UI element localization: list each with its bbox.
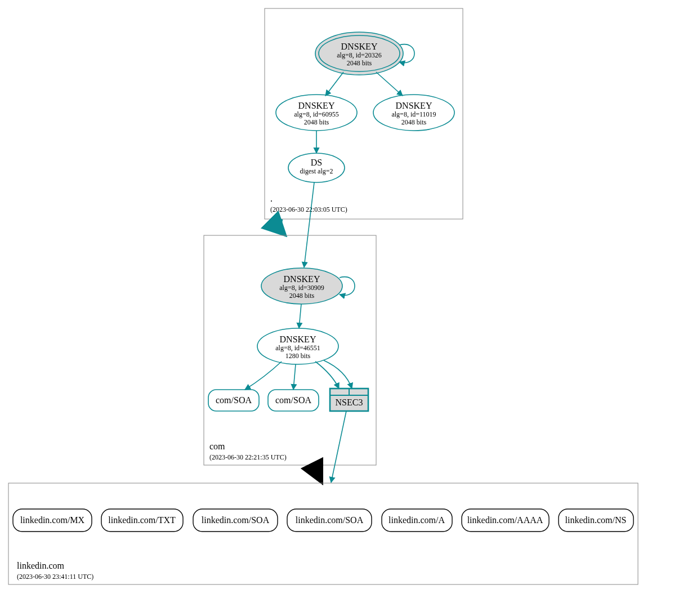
edge-com-zsk-nsec3-2 — [324, 360, 352, 389]
svg-text:2048 bits: 2048 bits — [304, 118, 329, 126]
edge-com-ksk-zsk — [299, 304, 301, 328]
svg-text:linkedin.com/SOA: linkedin.com/SOA — [296, 515, 364, 525]
svg-text:linkedin.com/A: linkedin.com/A — [389, 515, 445, 525]
svg-text:DNSKEY: DNSKEY — [396, 101, 432, 110]
linkedin-aaaa-node: linkedin.com/AAAA — [462, 509, 549, 532]
svg-text:linkedin.com/SOA: linkedin.com/SOA — [202, 515, 270, 525]
linkedin-a-node: linkedin.com/A — [382, 509, 452, 532]
svg-rect-34 — [8, 483, 638, 584]
zone-linkedin: linkedin.com (2023-06-30 23:41:11 UTC) l… — [8, 483, 638, 584]
svg-text:2048 bits: 2048 bits — [347, 59, 372, 67]
svg-text:alg=8, id=30909: alg=8, id=30909 — [279, 284, 324, 292]
edge-root-ksk-zsk1 — [325, 72, 343, 96]
svg-text:alg=8, id=60955: alg=8, id=60955 — [294, 110, 339, 118]
zone-root-label: . — [270, 194, 273, 203]
zone-com-timestamp: (2023-06-30 22:21:35 UTC) — [209, 453, 287, 461]
svg-text:1280 bits: 1280 bits — [285, 352, 311, 360]
edge-ds-to-com-ksk — [304, 182, 314, 267]
zone-com: com (2023-06-30 22:21:35 UTC) DNSKEY alg… — [204, 235, 376, 465]
zone-com-label: com — [209, 441, 225, 451]
root-zsk2-node: DNSKEY alg=8, id=11019 2048 bits — [373, 95, 454, 131]
edge-com-zsk-soa1 — [245, 361, 282, 390]
svg-text:com/SOA: com/SOA — [216, 395, 252, 405]
svg-text:DNSKEY: DNSKEY — [341, 42, 378, 51]
svg-text:2048 bits: 2048 bits — [289, 292, 315, 300]
svg-text:digest alg=2: digest alg=2 — [300, 167, 333, 175]
root-ds-node: DS digest alg=2 — [288, 153, 345, 182]
linkedin-ns-node: linkedin.com/NS — [559, 509, 633, 532]
edge-com-zsk-nsec3-1 — [315, 361, 339, 389]
linkedin-soa2-node: linkedin.com/SOA — [287, 509, 372, 532]
svg-text:2048 bits: 2048 bits — [401, 118, 427, 126]
com-ksk-node: DNSKEY alg=8, id=30909 2048 bits — [261, 268, 342, 304]
edge-com-zsk-soa2 — [293, 364, 296, 390]
edge-root-ksk-zsk2 — [376, 72, 403, 96]
linkedin-txt-node: linkedin.com/TXT — [101, 509, 183, 532]
zone-root-timestamp: (2023-06-30 22:03:05 UTC) — [270, 206, 347, 213]
edge-com-to-linkedin-zone — [316, 465, 321, 481]
com-soa2-node: com/SOA — [268, 390, 319, 411]
zone-linkedin-timestamp: (2023-06-30 23:41:11 UTC) — [17, 573, 93, 581]
svg-text:linkedin.com/TXT: linkedin.com/TXT — [108, 515, 176, 525]
com-nsec3-node: NSEC3 — [330, 389, 368, 411]
com-zsk-node: DNSKEY alg=8, id=46551 1280 bits — [257, 328, 338, 364]
linkedin-mx-node: linkedin.com/MX — [13, 509, 92, 532]
zone-root: . (2023-06-30 22:03:05 UTC) DNSKEY alg=8… — [265, 8, 463, 219]
svg-text:DNSKEY: DNSKEY — [280, 334, 316, 344]
svg-text:DNSKEY: DNSKEY — [298, 101, 335, 110]
edge-nsec3-to-linkedin — [331, 411, 346, 483]
svg-text:alg=8, id=20326: alg=8, id=20326 — [337, 51, 382, 59]
svg-text:alg=8, id=46551: alg=8, id=46551 — [275, 344, 320, 352]
svg-text:DNSKEY: DNSKEY — [284, 274, 320, 284]
com-soa1-node: com/SOA — [208, 390, 259, 411]
svg-text:linkedin.com/AAAA: linkedin.com/AAAA — [467, 515, 543, 525]
root-ksk-node: DNSKEY alg=8, id=20326 2048 bits — [315, 32, 403, 75]
svg-text:linkedin.com/NS: linkedin.com/NS — [565, 515, 627, 525]
linkedin-soa1-node: linkedin.com/SOA — [193, 509, 278, 532]
edge-root-to-com-zone — [280, 219, 284, 234]
svg-text:linkedin.com/MX: linkedin.com/MX — [20, 515, 85, 525]
svg-text:com/SOA: com/SOA — [275, 395, 311, 405]
zone-linkedin-label: linkedin.com — [17, 561, 65, 570]
svg-text:NSEC3: NSEC3 — [336, 398, 363, 407]
svg-text:DS: DS — [311, 158, 322, 167]
svg-text:alg=8, id=11019: alg=8, id=11019 — [391, 110, 436, 118]
dnssec-diagram: . (2023-06-30 22:03:05 UTC) DNSKEY alg=8… — [0, 0, 683, 616]
root-zsk1-node: DNSKEY alg=8, id=60955 2048 bits — [276, 95, 357, 131]
